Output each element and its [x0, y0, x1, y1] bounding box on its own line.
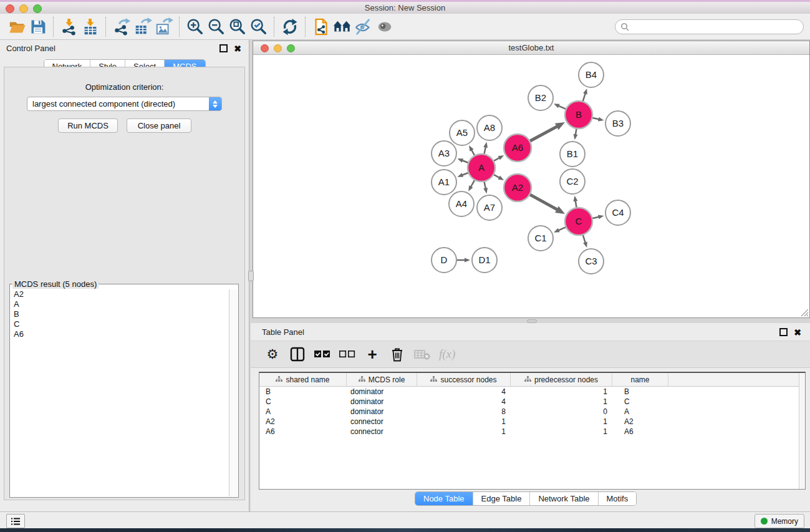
run-mcds-button[interactable]: Run MCDS — [58, 118, 118, 133]
refresh-icon[interactable] — [279, 17, 301, 37]
node-B[interactable]: B — [565, 101, 592, 128]
node-B1[interactable]: B1 — [560, 142, 585, 167]
edge-A2-C[interactable] — [530, 195, 565, 214]
memory-status-button[interactable]: Memory — [755, 514, 804, 528]
zoom-out-icon[interactable] — [206, 17, 227, 37]
export-table-icon[interactable] — [132, 17, 153, 37]
resize-grip-icon[interactable] — [801, 309, 809, 317]
network-window-titlebar[interactable]: testGlobe.txt — [253, 41, 809, 55]
node-D1[interactable]: D1 — [472, 248, 497, 273]
node-A7[interactable]: A7 — [477, 195, 502, 220]
node-A5[interactable]: A5 — [450, 120, 475, 145]
column-header-successor-nodes[interactable]: successor nodes — [417, 373, 511, 386]
network-from-document-icon[interactable] — [311, 17, 332, 37]
save-session-icon[interactable] — [27, 17, 49, 37]
task-history-button[interactable] — [6, 514, 25, 528]
open-file-icon[interactable] — [6, 17, 27, 37]
node-D[interactable]: D — [432, 248, 456, 273]
network-zoom-button[interactable] — [287, 44, 295, 52]
add-row-icon[interactable]: + — [364, 345, 380, 364]
zoom-window-button[interactable] — [33, 4, 42, 13]
zoom-selected-icon[interactable] — [248, 17, 269, 37]
edge-B-B2[interactable] — [554, 104, 566, 109]
edge-D-D1[interactable] — [457, 258, 470, 263]
table-tab-node-table[interactable]: Node Table — [415, 492, 473, 505]
edge-A-A3[interactable] — [457, 158, 468, 163]
optimization-criterion-select[interactable]: largest connected component (directed) — [27, 97, 222, 111]
edge-C-C2[interactable] — [573, 196, 577, 208]
node-A6[interactable]: A6 — [504, 134, 531, 162]
export-image-icon[interactable] — [153, 17, 175, 37]
zoom-fit-icon[interactable] — [227, 17, 248, 37]
column-header-shared-name[interactable]: shared name — [259, 373, 347, 386]
edge-A-A1[interactable] — [457, 173, 468, 177]
table-scrollbar[interactable] — [799, 373, 805, 489]
table-row[interactable]: A2connector11A2 — [259, 417, 805, 427]
edge-A6-B[interactable] — [530, 122, 565, 141]
node-A2[interactable]: A2 — [504, 174, 531, 201]
node-B3[interactable]: B3 — [605, 111, 630, 136]
select-all-icon[interactable] — [314, 345, 330, 364]
column-header-MCDS-role[interactable]: MCDS role — [347, 373, 417, 386]
column-header-name[interactable]: name — [612, 373, 668, 386]
node-C3[interactable]: C3 — [579, 249, 604, 274]
close-panel-button[interactable]: Close panel — [127, 118, 191, 133]
node-C4[interactable]: C4 — [605, 200, 630, 225]
export-network-icon[interactable] — [111, 17, 132, 37]
table-tab-motifs[interactable]: Motifs — [599, 492, 637, 505]
float-table-panel-icon[interactable] — [779, 328, 788, 336]
close-panel-icon[interactable]: ✖ — [234, 45, 241, 52]
hide-graphics-icon[interactable] — [353, 17, 374, 37]
table-row[interactable]: A6connector11A6 — [259, 427, 805, 437]
table-row[interactable]: Cdominator41C — [259, 397, 805, 407]
table-row[interactable]: Bdominator41B — [259, 387, 805, 397]
float-panel-icon[interactable] — [219, 44, 228, 52]
node-C1[interactable]: C1 — [528, 226, 553, 251]
import-network-icon[interactable] — [59, 17, 80, 37]
edge-C-C3[interactable] — [583, 235, 587, 248]
edge-C-C4[interactable] — [592, 215, 604, 220]
node-A4[interactable]: A4 — [449, 191, 474, 216]
node-C[interactable]: C — [565, 208, 592, 235]
mcds-result-item[interactable]: A2 — [11, 289, 229, 299]
edge-B-B3[interactable] — [592, 117, 604, 122]
home-icon[interactable] — [332, 17, 353, 37]
mcds-result-item[interactable]: A6 — [11, 329, 229, 339]
node-A1[interactable]: A1 — [432, 170, 456, 195]
mcds-result-item[interactable]: A — [11, 299, 229, 309]
edge-B-B1[interactable] — [574, 129, 578, 140]
node-A[interactable]: A — [468, 154, 495, 181]
edge-A-A8[interactable] — [483, 142, 488, 154]
edge-A-A2[interactable] — [494, 175, 504, 180]
column-header-predecessor-nodes[interactable]: predecessor nodes — [511, 373, 612, 386]
node-A3[interactable]: A3 — [432, 141, 456, 166]
delete-row-icon[interactable] — [389, 345, 405, 364]
delete-table-icon[interactable] — [414, 345, 430, 364]
node-B2[interactable]: B2 — [528, 85, 553, 110]
vertical-divider-grip[interactable] — [248, 271, 254, 281]
edge-B-B4[interactable] — [583, 89, 587, 101]
show-graphics-icon[interactable] — [374, 17, 395, 37]
node-C2[interactable]: C2 — [560, 169, 585, 194]
mcds-result-scrollbar[interactable] — [229, 289, 238, 496]
edge-C-C1[interactable] — [554, 227, 566, 232]
node-A8[interactable]: A8 — [477, 115, 502, 140]
table-tab-network-table[interactable]: Network Table — [530, 492, 598, 505]
import-table-icon[interactable] — [80, 17, 101, 37]
network-close-button[interactable] — [261, 44, 269, 52]
edge-A-A7[interactable] — [483, 182, 488, 194]
toggle-column-view-icon[interactable] — [289, 345, 306, 364]
deselect-all-icon[interactable] — [339, 345, 355, 364]
close-window-button[interactable] — [6, 4, 14, 13]
search-input[interactable] — [615, 19, 804, 34]
mcds-result-item[interactable]: B — [11, 309, 229, 319]
close-table-panel-icon[interactable]: ✖ — [794, 329, 801, 336]
settings-gear-icon[interactable]: ⚙ — [264, 345, 281, 364]
edge-A-A5[interactable] — [469, 145, 475, 155]
network-canvas[interactable]: B4B2BB3A8A5A6A3B1AA1C2A2A4A7C4CC1DD1C3 — [253, 55, 809, 317]
node-B4[interactable]: B4 — [579, 62, 604, 87]
network-minimize-button[interactable] — [274, 44, 282, 52]
mcds-result-item[interactable]: C — [11, 319, 229, 329]
edge-A-A6[interactable] — [494, 155, 504, 161]
minimize-window-button[interactable] — [19, 4, 28, 13]
